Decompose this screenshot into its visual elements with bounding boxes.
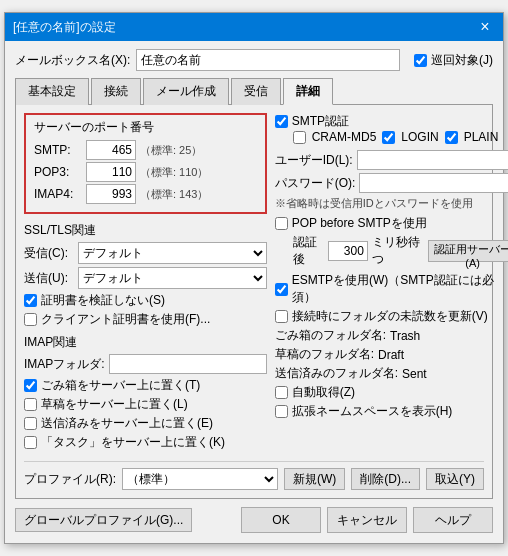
millisec-row: 認証後 ミリ秒待つ 認証用サーバー(A)	[293, 234, 508, 268]
sent-folder-row: 送信済みのフォルダ名: Sent	[275, 365, 508, 382]
global-profile-button[interactable]: グローバルプロファイル(G)...	[15, 508, 192, 532]
client-cert-checkbox[interactable]	[24, 313, 37, 326]
left-column: サーバーのポート番号 SMTP: （標準: 25） POP3: （標準: 110…	[24, 113, 267, 453]
imap-section-title: IMAP関連	[24, 334, 267, 351]
task-server-checkbox[interactable]	[24, 436, 37, 449]
cram-md5-checkbox[interactable]	[293, 131, 306, 144]
auth-server-button[interactable]: 認証用サーバー(A)	[428, 240, 508, 262]
update-unread-checkbox[interactable]	[275, 310, 288, 323]
auto-receive-label: 自動取得(Z)	[292, 384, 355, 401]
profile-new-button[interactable]: 新規(W)	[284, 468, 345, 490]
port-section: サーバーのポート番号 SMTP: （標準: 25） POP3: （標準: 110…	[24, 113, 267, 214]
send-ssl-row: 送信(U): デフォルト	[24, 267, 267, 289]
cert-verify-checkbox[interactable]	[24, 294, 37, 307]
trash-folder-row: ごみ箱のフォルダ名: Trash	[275, 327, 508, 344]
esmtp-checkbox[interactable]	[275, 283, 288, 296]
task-server-label: 「タスク」をサーバー上に置く(K)	[41, 434, 225, 451]
user-id-label: ユーザーID(L):	[275, 152, 353, 169]
main-columns: サーバーのポート番号 SMTP: （標準: 25） POP3: （標準: 110…	[24, 113, 484, 453]
cert-verify-label: 証明書を検証しない(S)	[41, 292, 165, 309]
port-section-title: サーバーのポート番号	[34, 119, 257, 136]
millisec-label: ミリ秒待つ	[372, 234, 424, 268]
pop-before-smtp-row: POP before SMTPを使用	[275, 215, 508, 232]
bottom-buttons: グローバルプロファイル(G)... OK キャンセル ヘルプ	[15, 507, 493, 533]
pop-before-smtp-label: POP before SMTPを使用	[292, 215, 427, 232]
namespace-checkbox[interactable]	[275, 405, 288, 418]
cancel-button[interactable]: キャンセル	[327, 507, 407, 533]
recv-ssl-select[interactable]: デフォルト	[78, 242, 267, 264]
auto-receive-checkbox[interactable]	[275, 386, 288, 399]
auth-method-row: CRAM-MD5 LOGIN PLAIN	[293, 130, 508, 144]
ssl-tls-title: SSL/TLS関連	[24, 222, 267, 239]
after-auth-label: 認証後	[293, 234, 324, 268]
pop3-port-label: POP3:	[34, 165, 82, 179]
trash-server-checkbox[interactable]	[24, 379, 37, 392]
draft-server-label: 草稿をサーバー上に置く(L)	[41, 396, 188, 413]
client-cert-label: クライアント証明書を使用(F)...	[41, 311, 210, 328]
draft-server-row: 草稿をサーバー上に置く(L)	[24, 396, 267, 413]
round-robin-checkbox[interactable]	[414, 54, 427, 67]
client-cert-row: クライアント証明書を使用(F)...	[24, 311, 267, 328]
profile-import-button[interactable]: 取込(Y)	[426, 468, 484, 490]
right-column: SMTP認証 CRAM-MD5 LOGIN PLAIN	[275, 113, 508, 453]
send-ssl-label: 送信(U):	[24, 270, 74, 287]
mailbox-input[interactable]	[136, 49, 400, 71]
login-label: LOGIN	[401, 130, 438, 144]
tab-connection[interactable]: 接続	[91, 78, 141, 105]
password-label: パスワード(O):	[275, 175, 356, 192]
dialog: [任意の名前]の設定 × メールボックス名(X): 巡回対象(J) 基本設定 接…	[4, 12, 504, 544]
user-id-input[interactable]	[357, 150, 508, 170]
sent-folder-value: Sent	[402, 367, 462, 381]
mailbox-label: メールボックス名(X):	[15, 52, 130, 69]
profile-row: プロファイル(R): （標準） 新規(W) 削除(D)... 取込(Y)	[24, 461, 484, 490]
password-row: パスワード(O):	[275, 173, 508, 193]
mailbox-row: メールボックス名(X): 巡回対象(J)	[15, 49, 493, 71]
smtp-auth-checkbox[interactable]	[275, 115, 288, 128]
smtp-auth-section: SMTP認証 CRAM-MD5 LOGIN PLAIN	[275, 113, 508, 144]
imap-section: IMAP関連 IMAPフォルダ: ごみ箱をサーバー上に置く(T) 草稿をサーバー…	[24, 334, 267, 451]
ok-button[interactable]: OK	[241, 507, 321, 533]
tab-detail[interactable]: 詳細	[283, 78, 333, 105]
plain-checkbox[interactable]	[445, 131, 458, 144]
dialog-title: [任意の名前]の設定	[13, 19, 116, 36]
smtp-port-input[interactable]	[86, 140, 136, 160]
smtp-port-row: SMTP: （標準: 25）	[34, 140, 257, 160]
round-robin-section: 巡回対象(J)	[414, 52, 493, 69]
trash-folder-value: Trash	[390, 329, 450, 343]
send-ssl-select[interactable]: デフォルト	[78, 267, 267, 289]
pop-before-smtp-checkbox[interactable]	[275, 217, 288, 230]
recv-ssl-row: 受信(C): デフォルト	[24, 242, 267, 264]
cert-verify-row: 証明書を検証しない(S)	[24, 292, 267, 309]
namespace-row: 拡張ネームスペースを表示(H)	[275, 403, 508, 420]
profile-select[interactable]: （標準）	[122, 468, 278, 490]
tab-compose[interactable]: メール作成	[143, 78, 229, 105]
imap-folder-input[interactable]	[109, 354, 267, 374]
cram-md5-label: CRAM-MD5	[312, 130, 377, 144]
help-button[interactable]: ヘルプ	[413, 507, 493, 533]
millisec-input[interactable]	[328, 241, 368, 261]
tab-basic[interactable]: 基本設定	[15, 78, 89, 105]
esmtp-label: ESMTPを使用(W)（SMTP認証には必須）	[292, 272, 508, 306]
draft-server-checkbox[interactable]	[24, 398, 37, 411]
trash-folder-label: ごみ箱のフォルダ名:	[275, 327, 386, 344]
plain-label: PLAIN	[464, 130, 499, 144]
note-text: ※省略時は受信用IDとパスワードを使用	[275, 196, 508, 211]
tab-receive[interactable]: 受信	[231, 78, 281, 105]
password-input[interactable]	[359, 173, 508, 193]
user-id-row: ユーザーID(L):	[275, 150, 508, 170]
pop3-port-input[interactable]	[86, 162, 136, 182]
login-checkbox[interactable]	[382, 131, 395, 144]
update-unread-row: 接続時にフォルダの未読数を更新(V)	[275, 308, 508, 325]
profile-delete-button[interactable]: 削除(D)...	[351, 468, 420, 490]
trash-server-row: ごみ箱をサーバー上に置く(T)	[24, 377, 267, 394]
tab-content-detail: サーバーのポート番号 SMTP: （標準: 25） POP3: （標準: 110…	[15, 105, 493, 499]
close-button[interactable]: ×	[475, 17, 495, 37]
imap-folder-label: IMAPフォルダ:	[24, 356, 105, 373]
imap4-port-label: IMAP4:	[34, 187, 82, 201]
trash-server-label: ごみ箱をサーバー上に置く(T)	[41, 377, 200, 394]
imap4-default: （標準: 143）	[140, 187, 208, 202]
smtp-default: （標準: 25）	[140, 143, 202, 158]
draft-folder-label: 草稿のフォルダ名:	[275, 346, 374, 363]
imap4-port-input[interactable]	[86, 184, 136, 204]
sent-server-checkbox[interactable]	[24, 417, 37, 430]
